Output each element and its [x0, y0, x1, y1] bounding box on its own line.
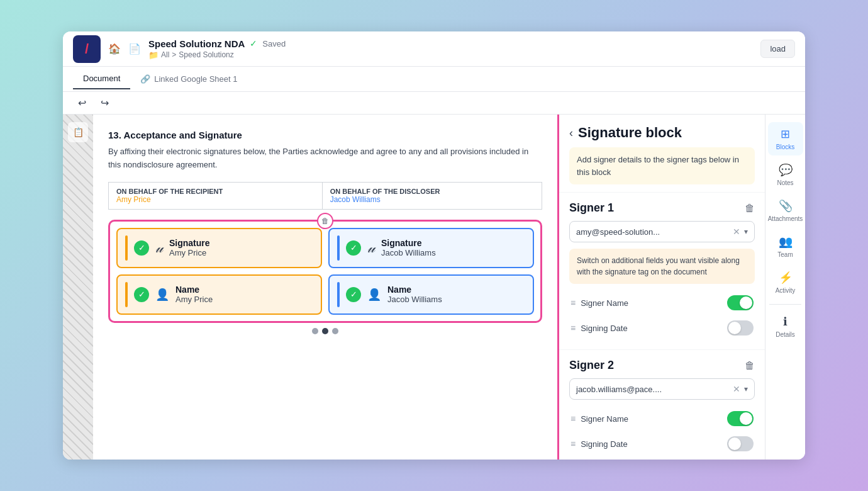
blocks-icon: ⊞ — [781, 127, 790, 141]
signer1-chevron-icon[interactable]: ▾ — [744, 227, 748, 236]
back-button[interactable]: ‹ — [569, 127, 573, 140]
signer1-field1-toggle[interactable] — [727, 295, 754, 310]
doc-title: Speed Solutionz NDA — [148, 38, 245, 49]
home-icon[interactable]: 🏠 — [108, 43, 121, 55]
signer1-section: Signer 1 🗑 amy@speed-solution... ✕ ▾ Swi… — [559, 193, 765, 350]
col2-signer-name: Jacob Williams — [330, 195, 534, 204]
link-icon: 🔗 — [140, 74, 150, 84]
signer1-field1-toggle-thumb — [740, 296, 752, 309]
sidebar-item-team[interactable]: 👥 Team — [768, 230, 803, 263]
signer1-header: Signer 1 🗑 — [569, 201, 755, 215]
doc-icon: 📄 — [128, 43, 141, 55]
signature-tag-jacob[interactable]: ✓ 𝓊 Signature Jacob Williams — [328, 228, 534, 268]
redo-button[interactable]: ↪ — [96, 94, 113, 112]
signer1-field2-toggle[interactable] — [727, 320, 754, 336]
document-area: 13. Acceptance and Signature By affixing… — [93, 115, 557, 460]
signature-table: ON BEHALF OF THE RECIPIENT Amy Price ON … — [108, 182, 542, 210]
name-tag-jacob[interactable]: ✓ 👤 Name Jacob Williams — [328, 274, 534, 315]
section-text: By affixing their electronic signatures … — [108, 145, 542, 172]
name-tag-amy[interactable]: ✓ 👤 Name Amy Price — [116, 274, 322, 315]
details-icon: ℹ — [783, 315, 787, 329]
tab-linked-sheet[interactable]: 🔗 Linked Google Sheet 1 — [130, 69, 247, 89]
signer2-chevron-icon[interactable]: ▾ — [744, 385, 748, 393]
signer2-clear-button[interactable]: ✕ — [733, 384, 740, 394]
signer1-email: amy@speed-solution... — [576, 227, 733, 237]
header: / 🏠 📄 Speed Solutionz NDA ✓ Saved 📁 All … — [63, 31, 805, 67]
sig-name-jacob: Jacob Williams — [381, 248, 436, 257]
notes-label: Notes — [777, 179, 793, 186]
dot-2[interactable] — [322, 328, 328, 334]
signer2-delete-button[interactable]: 🗑 — [745, 360, 755, 371]
sig-text-jacob: Signature Jacob Williams — [381, 238, 436, 257]
attachments-icon: 📎 — [779, 199, 793, 213]
dot-1[interactable] — [312, 328, 318, 334]
signer2-field1-toggle[interactable] — [727, 411, 754, 426]
signer1-field2-label: Signing Date — [581, 324, 627, 333]
signer2-field2-label: Signing Date — [581, 439, 627, 449]
tabs-bar: Document 🔗 Linked Google Sheet 1 — [63, 67, 805, 92]
signer2-field2-toggle[interactable] — [727, 436, 754, 451]
signer2-field1-row: ≡ Signer Name — [569, 406, 755, 431]
sidebar-item-attachments[interactable]: 📎 Attachments — [768, 194, 803, 227]
signer2-field1-drag-icon: ≡ — [570, 414, 576, 424]
signature-block-container: 🗑 ✓ 𝓊 Signature Amy Price ✓ 𝓊 — [108, 220, 542, 323]
blue-bar-sig — [337, 235, 340, 261]
name-label-jacob: Name — [387, 285, 442, 295]
undo-button[interactable]: ↩ — [73, 94, 91, 112]
breadcrumb: 📁 All > Speed Solutionz — [148, 50, 286, 60]
header-left: Speed Solutionz NDA ✓ Saved 📁 All > Spee… — [148, 38, 286, 60]
body: 📋 13. Acceptance and Signature By affixi… — [63, 115, 805, 460]
person-icon-amy: 👤 — [155, 288, 169, 302]
tab-document[interactable]: Document — [73, 69, 130, 89]
dot-3[interactable] — [332, 328, 338, 334]
info-box: Add signer details to the signer tags be… — [569, 147, 755, 184]
team-label: Team — [777, 251, 793, 258]
sidebar-doc-icon[interactable]: 📋 — [68, 122, 88, 142]
activity-label: Activity — [776, 287, 796, 294]
signer2-field2-toggle-thumb — [728, 437, 741, 450]
back-title-row: ‹ Signature block — [569, 125, 755, 141]
left-sidebar: 📋 — [63, 115, 93, 460]
block-delete-icon[interactable]: 🗑 — [317, 213, 333, 229]
sig-text-amy: Signature Amy Price — [169, 238, 210, 257]
sidebar-item-blocks[interactable]: ⊞ Blocks — [768, 122, 803, 155]
signature-tag-amy[interactable]: ✓ 𝓊 Signature Amy Price — [116, 228, 322, 268]
breadcrumb-folder-icon: 📁 — [148, 50, 159, 60]
check-icon-name-jacob: ✓ — [346, 287, 361, 302]
signer2-field2-row: ≡ Signing Date — [569, 431, 755, 456]
blue-bar-name — [337, 282, 340, 307]
signature-cursive-icon-jacob: 𝓊 — [367, 240, 375, 256]
signer2-title: Signer 2 — [569, 359, 614, 372]
signer1-email-selector[interactable]: amy@speed-solution... ✕ ▾ — [569, 221, 755, 242]
notes-icon: 💬 — [779, 163, 793, 177]
attachments-label: Attachments — [768, 215, 803, 222]
signer2-header: Signer 2 🗑 — [569, 359, 755, 372]
team-icon: 👥 — [779, 235, 793, 249]
signer1-field2-row: ≡ Signing Date — [569, 315, 755, 341]
signer1-field1-row: ≡ Signer Name — [569, 290, 755, 315]
signer2-email-actions: ✕ ▾ — [733, 384, 748, 394]
pagination-dots — [108, 323, 542, 334]
signer2-field1-label-row: ≡ Signer Name — [570, 414, 628, 424]
signer1-delete-button[interactable]: 🗑 — [745, 203, 755, 214]
name-label-amy: Name — [175, 285, 213, 295]
signer1-field1-drag-icon: ≡ — [570, 298, 576, 308]
signer2-field2-drag-icon: ≡ — [570, 439, 576, 449]
name-text-amy: Name Amy Price — [175, 285, 213, 304]
download-button[interactable]: load — [760, 40, 795, 58]
name-value-amy: Amy Price — [175, 295, 213, 304]
sidebar-item-notes[interactable]: 💬 Notes — [768, 158, 803, 191]
check-icon-amy: ✓ — [134, 240, 149, 256]
sidebar-item-activity[interactable]: ⚡ Activity — [768, 266, 803, 299]
amber-bar-name — [125, 282, 128, 307]
signer1-clear-button[interactable]: ✕ — [733, 227, 740, 237]
sidebar-item-details[interactable]: ℹ Details — [768, 310, 803, 343]
header-title-row: Speed Solutionz NDA ✓ Saved — [148, 38, 286, 49]
panel-title: Signature block — [578, 125, 682, 141]
signer2-email-selector[interactable]: jacob.williams@pace.... ✕ ▾ — [569, 378, 755, 400]
signer2-field1-label: Signer Name — [581, 414, 628, 424]
signer2-field1-toggle-thumb — [740, 412, 752, 425]
section-title: 13. Acceptance and Signature — [108, 130, 542, 140]
signer2-email: jacob.williams@pace.... — [576, 385, 733, 394]
signer1-field2-toggle-thumb — [728, 322, 741, 334]
